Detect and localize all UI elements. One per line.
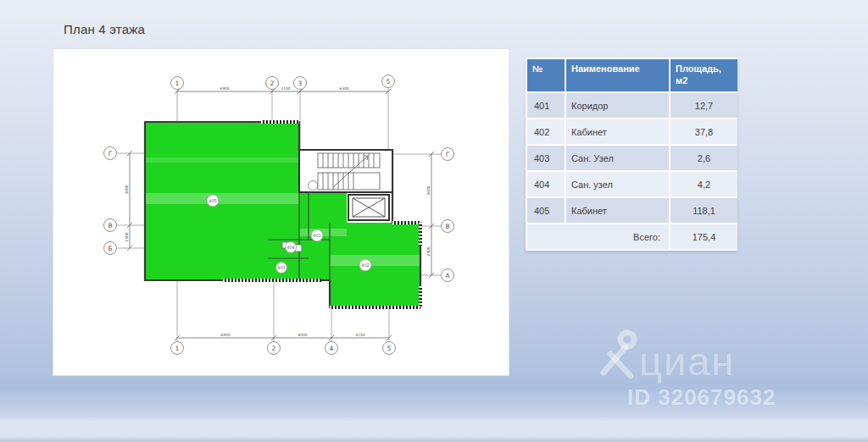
- svg-text:401: 401: [313, 233, 321, 238]
- svg-text:1: 1: [175, 345, 180, 352]
- svg-text:3600: 3600: [125, 185, 129, 195]
- svg-text:3: 3: [298, 80, 303, 87]
- table-cell-name: Кабинет: [566, 198, 669, 223]
- table-cell-area: 37,8: [670, 119, 737, 144]
- slide-background: { "slide": { "title": "План 4 этажа" }, …: [0, 0, 868, 442]
- svg-text:2: 2: [270, 80, 275, 87]
- svg-text:403: 403: [277, 265, 286, 270]
- table-cell-name: Кабинет: [566, 119, 669, 144]
- table-cell-num: 405: [527, 198, 565, 223]
- floorplan-panel: 6900 2100 6300 6900 4000 4150 3600 1500 …: [53, 48, 509, 376]
- table-cell-area: 118,1: [670, 198, 737, 223]
- page-title: План 4 этажа: [64, 22, 145, 36]
- watermark-brand: циан: [639, 344, 735, 379]
- table-header-num: №: [527, 59, 565, 91]
- svg-text:405: 405: [209, 198, 217, 203]
- svg-text:5: 5: [387, 345, 392, 352]
- svg-text:2100: 2100: [281, 86, 291, 91]
- svg-text:6900: 6900: [220, 333, 231, 337]
- svg-text:2400: 2400: [426, 246, 431, 257]
- cian-logo-icon: [592, 329, 639, 379]
- svg-text:2: 2: [272, 345, 276, 352]
- svg-text:1500: 1500: [125, 232, 129, 242]
- svg-text:404: 404: [287, 245, 295, 250]
- watermark: циан ID 320679632: [592, 329, 795, 411]
- room-404-label: 404: [286, 242, 297, 253]
- table-header-name: Наименование: [566, 59, 669, 91]
- svg-text:В: В: [108, 222, 112, 229]
- svg-text:Г: Г: [446, 151, 450, 158]
- table-cell-num: 401: [527, 93, 565, 118]
- floorplan-drawing: 6900 2100 6300 6900 4000 4150 3600 1500 …: [53, 49, 509, 375]
- svg-text:1: 1: [175, 80, 180, 87]
- svg-text:6900: 6900: [220, 86, 230, 91]
- svg-text:3600: 3600: [426, 185, 431, 196]
- table-cell-num: 403: [527, 146, 565, 170]
- svg-text:В: В: [445, 223, 449, 230]
- table-cell-area: 12,7: [670, 93, 737, 118]
- room-402-label: 402: [359, 259, 371, 271]
- watermark-id: ID 320679632: [627, 384, 795, 411]
- stair-door-mark: [309, 181, 318, 191]
- svg-text:А: А: [445, 272, 450, 279]
- svg-text:4000: 4000: [298, 333, 308, 337]
- svg-text:Б: Б: [108, 245, 112, 252]
- table-cell-num: 402: [527, 119, 565, 144]
- svg-text:4150: 4150: [355, 333, 365, 337]
- room-403-label: 403: [276, 262, 287, 273]
- room-401-label: 401: [311, 229, 323, 241]
- stairs: [299, 150, 392, 192]
- table-cell-name: Сан. узел: [566, 172, 669, 196]
- svg-text:402: 402: [361, 262, 370, 268]
- table-cell-area: 4,2: [670, 172, 737, 196]
- table-cell-name: Коридор: [566, 93, 669, 118]
- svg-text:4: 4: [330, 345, 334, 352]
- table-header-area: Площадь, м2: [670, 59, 737, 91]
- table-cell-num: 404: [527, 172, 565, 196]
- room-405-label: 405: [207, 195, 219, 207]
- table-total-value: 175,4: [670, 224, 737, 249]
- areas-table: № Наименование Площадь, м2 401 Коридор 1…: [526, 58, 737, 251]
- svg-text:5: 5: [387, 78, 391, 86]
- table-total-label: Всего:: [527, 224, 669, 249]
- table-cell-name: Сан. Узел: [566, 146, 669, 170]
- svg-text:6300: 6300: [339, 86, 349, 91]
- elevator-shaft: [348, 195, 389, 220]
- table-cell-area: 2,6: [670, 146, 737, 170]
- svg-text:Г: Г: [108, 150, 113, 157]
